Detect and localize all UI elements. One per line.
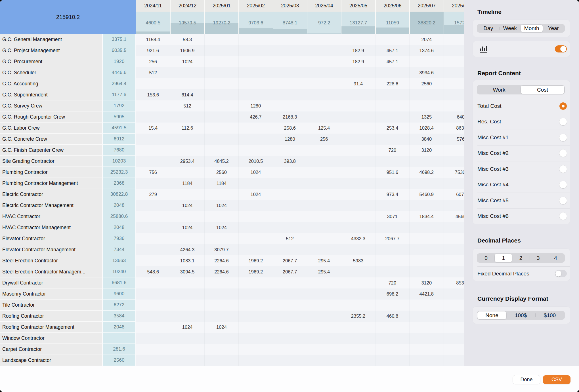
- done-button[interactable]: Done: [513, 375, 540, 384]
- data-cell: [204, 123, 238, 134]
- fixed-decimal-toggle[interactable]: [555, 270, 567, 277]
- radio-misc-cost-4[interactable]: [559, 181, 567, 188]
- currency-option-100[interactable]: $100: [535, 311, 564, 319]
- data-cell: [273, 344, 307, 355]
- data-cell: [341, 67, 375, 78]
- month-column-2025-02[interactable]: 2025/029703.6: [238, 0, 272, 34]
- radio-misc-cost-5[interactable]: [559, 197, 567, 204]
- timeline-option-month[interactable]: Month: [521, 25, 543, 32]
- month-column-2025-05[interactable]: 2025/0513127.7: [341, 0, 375, 34]
- data-cell: 512: [273, 233, 307, 244]
- data-cell: [375, 300, 409, 311]
- data-cell: [341, 322, 375, 333]
- data-cell: [170, 67, 204, 78]
- chart-toggle[interactable]: [555, 45, 567, 52]
- month-column-2024-11[interactable]: 2024/114600.5: [136, 0, 170, 34]
- month-column-2025-07[interactable]: 2025/0738820.2: [409, 0, 443, 34]
- data-cell: 3934.6: [409, 67, 443, 78]
- report-mode-cost[interactable]: Cost: [521, 86, 564, 94]
- month-total-cell: 4600.5: [136, 12, 170, 34]
- row-label: G.C. Procurement: [0, 56, 102, 67]
- table-row-tile-contractor: Tile Contractor6272: [0, 300, 464, 311]
- data-cell: 2560: [204, 167, 238, 178]
- data-cell: 607.: [444, 189, 464, 200]
- data-cell: [136, 211, 170, 222]
- month-column-2025-08[interactable]: 2025/0815727: [444, 0, 464, 34]
- month-column-2025-06[interactable]: 2025/0611059: [375, 0, 409, 34]
- data-cell: [444, 34, 464, 45]
- data-cell: [409, 222, 443, 233]
- data-cell: 2067.7: [273, 255, 307, 266]
- month-column-2025-01[interactable]: 2025/0119270.2: [204, 0, 238, 34]
- data-cell: 4845.2: [204, 156, 238, 167]
- row-label: Site Grading Contractor: [0, 156, 102, 167]
- decimal-option-0[interactable]: 0: [477, 254, 495, 262]
- radio-misc-cost-3[interactable]: [559, 165, 567, 173]
- data-cell: [204, 56, 238, 67]
- timeline-option-day[interactable]: Day: [477, 25, 499, 32]
- data-cell: [204, 67, 238, 78]
- row-label: G.C. Finish Carpenter Crew: [0, 145, 102, 156]
- fixed-decimal-row[interactable]: Fixed Decimal Places: [473, 266, 570, 281]
- radio-total-cost[interactable]: [559, 102, 567, 110]
- metric-row-misc-cost-3[interactable]: Misc Cost #3: [473, 161, 570, 177]
- data-cell: [341, 211, 375, 222]
- month-total-bar: [341, 26, 375, 34]
- data-cell: 112.6: [170, 123, 204, 134]
- grand-total-cell[interactable]: 215910.2: [0, 0, 136, 34]
- decimal-option-3[interactable]: 3: [530, 254, 547, 262]
- data-cell: 1024: [204, 200, 238, 211]
- metric-row-misc-cost-6[interactable]: Misc Cost #6: [473, 208, 570, 224]
- csv-button[interactable]: CSV: [543, 375, 570, 384]
- data-cell: 921.6: [136, 45, 170, 56]
- currency-option-none[interactable]: None: [477, 311, 506, 319]
- metric-row-misc-cost-2[interactable]: Misc Cost #2: [473, 146, 570, 161]
- month-column-2025-03[interactable]: 2025/038748.1: [273, 0, 307, 34]
- cost-report-table[interactable]: 215910.2 2024/114600.52024/1219579.52025…: [0, 0, 464, 366]
- data-cell: 614.4: [170, 89, 204, 100]
- data-cell: [409, 322, 443, 333]
- radio-misc-cost-6[interactable]: [559, 212, 567, 220]
- data-cell: [341, 277, 375, 288]
- report-mode-work[interactable]: Work: [477, 86, 521, 94]
- row-label: G.C. Accounting: [0, 78, 102, 89]
- timeline-option-week[interactable]: Week: [499, 25, 521, 32]
- month-column-2025-04[interactable]: 2025/04972.2: [307, 0, 341, 34]
- month-header-label: 2025/01: [205, 0, 238, 12]
- data-cell: 258.6: [273, 123, 307, 134]
- metric-row-res-cost[interactable]: Res. Cost: [473, 114, 570, 130]
- metric-row-misc-cost-4[interactable]: Misc Cost #4: [473, 177, 570, 193]
- decimal-option-1[interactable]: 1: [495, 254, 512, 262]
- table-row-g-c-rough-carpenter-crew: G.C. Rough Carpenter Crew5905426.72168.3…: [0, 111, 464, 123]
- data-cell: [307, 67, 341, 78]
- data-cell: [136, 156, 170, 167]
- data-cell: 182.9: [341, 56, 375, 67]
- data-cell: 295.4: [307, 255, 341, 266]
- data-cell: [444, 156, 464, 167]
- row-label: Carpet Contractor: [0, 344, 102, 355]
- radio-misc-cost-1[interactable]: [559, 134, 567, 141]
- decimal-option-2[interactable]: 2: [512, 254, 529, 262]
- data-cell: 1024: [204, 222, 238, 233]
- month-header-label: 2024/11: [136, 0, 170, 12]
- data-cell: [204, 78, 238, 89]
- data-cell: 512: [170, 100, 204, 111]
- radio-misc-cost-2[interactable]: [559, 149, 567, 157]
- data-cell: [204, 134, 238, 145]
- radio-res-cost[interactable]: [559, 118, 567, 125]
- row-label: Steel Erection Contractor: [0, 255, 102, 266]
- decimal-option-4[interactable]: 4: [547, 254, 564, 262]
- metric-row-total-cost[interactable]: Total Cost: [473, 98, 570, 114]
- timeline-option-year[interactable]: Year: [543, 25, 565, 32]
- month-header-label: 2025/05: [341, 0, 375, 12]
- table-row-electric-contractor: Electric Contractor30822.82791024973.454…: [0, 189, 464, 200]
- month-column-2024-12[interactable]: 2024/1219579.5: [170, 0, 204, 34]
- metric-row-misc-cost-1[interactable]: Misc Cost #1: [473, 130, 570, 146]
- data-cell: [341, 288, 375, 300]
- metric-row-misc-cost-5[interactable]: Misc Cost #5: [473, 193, 570, 208]
- data-cell: [375, 255, 409, 266]
- row-total: 9600: [102, 288, 136, 300]
- data-cell: [136, 288, 170, 300]
- data-cell: [204, 344, 238, 355]
- currency-option-100[interactable]: 100$: [506, 311, 535, 319]
